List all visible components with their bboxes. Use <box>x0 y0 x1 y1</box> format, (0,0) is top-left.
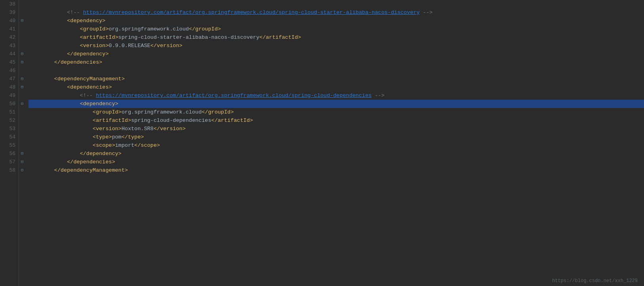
line-number: 41 <box>3 25 15 33</box>
code-text <box>28 109 93 115</box>
comment-text: <!-- <box>28 9 83 15</box>
mvn-link[interactable]: https://mvnrepository.com/artifact/org.s… <box>83 9 420 15</box>
line-number: 39 <box>3 8 15 17</box>
code-line: <version>Hoxton.SR8</version> <box>28 125 644 133</box>
line-number: 52 <box>3 116 15 125</box>
code-text: spring-cloud-starter-alibaba-nacos-disco… <box>118 34 259 40</box>
line-number: 38 <box>3 0 15 8</box>
line-number: 58 <box>3 166 15 174</box>
fold-icon[interactable]: ⊟ <box>21 150 23 158</box>
code-line: <version>0.9.0.RELEASE</version> <box>28 42 644 50</box>
code-text <box>28 126 93 132</box>
xml-tag: </dependency> <box>80 151 122 157</box>
xml-tag: <type> <box>93 134 112 140</box>
xml-tag: </artifactId> <box>259 34 301 40</box>
xml-tag: <artifactId> <box>93 117 131 123</box>
line-number: 50 <box>3 100 15 108</box>
code-text: spring-cloud-dependencies <box>131 117 211 123</box>
gutter-cell <box>19 0 25 8</box>
code-text <box>28 167 54 173</box>
code-line: </dependencyManagement> <box>28 166 644 174</box>
xml-tag: </artifactId> <box>211 117 253 123</box>
watermark: https://blog.csdn.net/xxh_1229 <box>552 278 638 284</box>
line-numbers: 3839404142434445464748495051525354555657… <box>0 0 19 286</box>
line-number: 55 <box>3 141 15 150</box>
code-text <box>28 34 80 40</box>
xml-tag: <dependency> <box>80 101 118 107</box>
fold-icon[interactable]: ⊟ <box>21 75 23 83</box>
comment-end: --> <box>372 93 384 98</box>
gutter-cell: ⊟ <box>19 158 25 166</box>
code-text <box>28 26 80 32</box>
fold-icon[interactable]: ⊟ <box>21 58 23 66</box>
gutter-cell: ⊟ <box>19 75 25 83</box>
xml-tag: </version> <box>150 43 182 49</box>
gutter-cell <box>19 42 25 50</box>
line-number: 46 <box>3 66 15 75</box>
fold-icon[interactable]: ⊟ <box>21 50 23 58</box>
xml-tag: </groupId> <box>189 26 221 32</box>
mvn-link[interactable]: https://mvnrepository.com/artifact/org.s… <box>96 93 372 98</box>
code-line <box>28 66 644 75</box>
code-area: 3839404142434445464748495051525354555657… <box>0 0 644 286</box>
xml-tag: <scope> <box>93 142 115 148</box>
code-line: </dependencies> <box>28 58 644 66</box>
code-lines[interactable]: <!-- https://mvnrepository.com/artifact/… <box>25 0 644 286</box>
line-number: 48 <box>3 83 15 91</box>
fold-icon[interactable]: ⊟ <box>21 158 23 166</box>
line-number: 45 <box>3 58 15 66</box>
xml-tag: </version> <box>154 126 186 132</box>
xml-tag: </dependencies> <box>54 59 103 65</box>
line-number: 44 <box>3 50 15 58</box>
xml-tag: <artifactId> <box>80 34 118 40</box>
code-text: import <box>115 142 135 148</box>
code-line: <type>pom</type> <box>28 133 644 141</box>
code-line: <dependencyManagement> <box>28 75 644 83</box>
code-text <box>28 76 54 82</box>
code-text <box>28 43 80 49</box>
line-number: 56 <box>3 150 15 158</box>
gutter-cell <box>19 125 25 133</box>
code-line: <artifactId>spring-cloud-dependencies</a… <box>28 116 644 125</box>
gutter-cell <box>19 116 25 125</box>
comment-end: --> <box>420 9 432 15</box>
gutter-cell <box>19 133 25 141</box>
gutter: ⊟⊟⊟⊟⊟⊟⊟⊟⊟ <box>19 0 25 286</box>
xml-tag: </dependency> <box>67 51 108 57</box>
code-text <box>28 151 80 157</box>
code-text <box>28 84 67 90</box>
xml-tag: </type> <box>122 134 144 140</box>
code-text <box>28 51 67 57</box>
code-text <box>28 101 80 107</box>
fold-icon[interactable]: ⊟ <box>21 83 23 91</box>
fold-icon[interactable]: ⊟ <box>21 166 23 174</box>
xml-tag: <version> <box>93 126 122 132</box>
xml-tag: </dependencyManagement> <box>54 167 128 173</box>
gutter-cell: ⊟ <box>19 83 25 91</box>
code-line: </dependency> <box>28 50 644 58</box>
code-text: org.springframework.cloud <box>109 26 189 32</box>
fold-icon[interactable]: ⊟ <box>21 100 23 108</box>
fold-icon[interactable]: ⊟ <box>21 17 23 25</box>
gutter-cell: ⊟ <box>19 50 25 58</box>
code-text: 0.9.0.RELEASE <box>109 43 150 49</box>
gutter-cell <box>19 141 25 150</box>
code-text <box>28 59 54 65</box>
line-number: 51 <box>3 108 15 116</box>
code-line: <dependencies> <box>28 83 644 91</box>
xml-tag: <dependencyManagement> <box>54 76 125 82</box>
xml-tag: <groupId> <box>80 26 109 32</box>
gutter-cell: ⊟ <box>19 100 25 108</box>
code-line <box>28 0 644 8</box>
gutter-cell: ⊟ <box>19 150 25 158</box>
line-number: 42 <box>3 33 15 42</box>
line-number: 57 <box>3 158 15 166</box>
code-line: <groupId>org.springframework.cloud</grou… <box>28 25 644 33</box>
xml-tag: </scope> <box>134 142 160 148</box>
gutter-cell <box>19 108 25 116</box>
code-text: org.springframework.cloud <box>122 109 202 115</box>
line-number: 40 <box>3 17 15 25</box>
code-line: <artifactId>spring-cloud-starter-alibaba… <box>28 33 644 42</box>
code-text <box>28 18 67 24</box>
code-text <box>28 159 67 165</box>
